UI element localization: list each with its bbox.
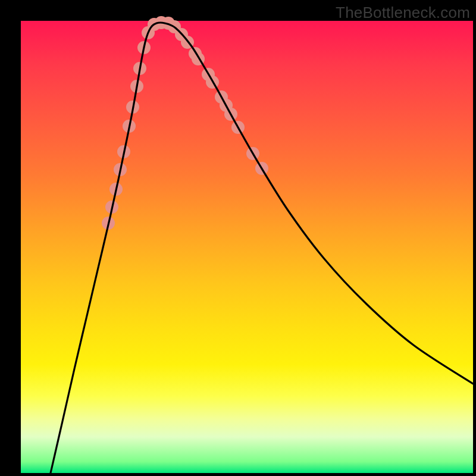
- markers-group: [102, 16, 268, 230]
- plot-area: [21, 21, 473, 473]
- watermark-text: TheBottleneck.com: [336, 4, 470, 22]
- bottleneck-curve: [51, 23, 473, 473]
- curve-svg: [21, 21, 473, 473]
- chart-frame: TheBottleneck.com: [0, 0, 476, 476]
